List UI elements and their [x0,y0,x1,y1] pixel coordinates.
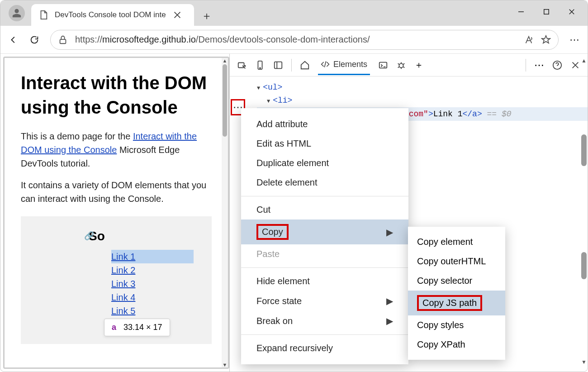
menu-add-attribute[interactable]: Add attribute [241,114,408,134]
more-tools-button[interactable]: ⋯ [534,59,544,71]
submenu-copy-selector[interactable]: Copy selector [408,271,505,291]
home-icon[interactable] [300,60,310,70]
url-text: https://microsoftedge.github.io/Demos/de… [75,34,517,45]
submenu-copy-outerhtml[interactable]: Copy outerHTML [408,252,505,271]
intro-paragraph: This is a demo page for the Interact wit… [21,129,212,170]
code-icon [321,60,330,69]
dock-icon[interactable] [273,60,283,70]
description-paragraph: It contains a variety of DOM elements th… [21,178,212,205]
document-icon [38,10,48,20]
lock-icon [58,35,68,45]
page-heading: Interact with the DOM using the Console [21,71,212,119]
submenu-copy-jspath[interactable]: Copy JS path [408,291,505,315]
list-item[interactable]: Link 2 [111,263,194,277]
help-icon[interactable] [552,60,562,70]
close-window-button[interactable] [568,8,576,18]
devtools-panel: Elements ＋ ⋯ <ul> <li> <a href="https://… [229,54,588,372]
tab-title: DevTools Console tool DOM inte [55,10,166,19]
menu-duplicate[interactable]: Duplicate element [241,153,408,173]
submenu-copy-element[interactable]: Copy element [408,232,505,252]
tab-elements[interactable]: Elements [318,55,370,75]
menu-copy[interactable]: Copy ▶ [241,219,408,244]
list-item[interactable]: Link 3 [111,277,194,291]
add-tab-button[interactable]: ＋ [414,59,423,71]
menu-cut[interactable]: Cut [241,200,408,219]
svg-rect-0 [544,10,549,14]
submenu-arrow-icon: ▶ [386,227,393,238]
menu-edit-html[interactable]: Edit as HTML [241,134,408,153]
page-scrollbar[interactable]: ▲ ▼ [222,58,228,367]
svg-point-4 [260,67,261,68]
read-aloud-icon[interactable] [524,35,534,45]
page-viewport: Interact with the DOM using the Console … [3,57,229,369]
refresh-button[interactable] [29,35,39,45]
close-devtools-button[interactable] [570,60,580,70]
minimize-button[interactable] [517,8,525,18]
elements-context-menu: Add attribute Edit as HTML Duplicate ele… [241,108,408,364]
menu-hide[interactable]: Hide element [241,272,408,291]
console-icon[interactable] [378,60,388,70]
window-titlebar: DevTools Console tool DOM inte ＋ [0,0,588,26]
submenu-copy-xpath[interactable]: Copy XPath [408,335,505,354]
inspect-icon[interactable] [237,60,247,70]
back-button[interactable] [9,35,19,45]
svg-rect-1 [60,39,66,43]
close-tab-icon[interactable] [172,10,182,20]
maximize-button[interactable] [542,8,550,18]
list-item[interactable]: Link 1 [111,250,194,263]
list-item[interactable]: Link 4 [111,291,194,304]
menu-break-on[interactable]: Break on▶ [241,311,408,331]
devtools-scrollbar[interactable]: ▲ ▼ [581,57,587,365]
section-heading: So [89,229,194,243]
anchor-icon: 🔗 [84,231,94,241]
person-icon [12,8,22,18]
menu-paste: Paste [241,244,408,264]
new-tab-button[interactable]: ＋ [201,9,212,23]
settings-menu-button[interactable]: ⋯ [569,34,579,46]
menu-expand[interactable]: Expand recursively [241,339,408,358]
toolbar: https://microsoftedge.github.io/Demos/de… [0,26,588,54]
copy-submenu: Copy element Copy outerHTML Copy selecto… [408,227,505,360]
profile-avatar[interactable] [9,5,25,21]
browser-tab[interactable]: DevTools Console tool DOM inte [31,4,194,26]
devtools-tabstrip: Elements ＋ ⋯ [230,54,588,76]
menu-delete[interactable]: Delete element [241,173,408,192]
address-bar[interactable]: https://microsoftedge.github.io/Demos/de… [50,30,559,50]
menu-force-state[interactable]: Force state▶ [241,291,408,311]
device-icon[interactable] [255,60,265,70]
favorite-icon[interactable] [541,35,551,45]
svg-rect-5 [275,62,282,68]
dimension-tooltip: a 33.14 × 17 [104,319,170,336]
svg-point-7 [399,63,403,67]
list-item[interactable]: Link 5 [111,304,194,318]
svg-rect-6 [379,62,387,68]
bug-icon[interactable] [396,60,406,70]
submenu-copy-styles[interactable]: Copy styles [408,315,505,335]
